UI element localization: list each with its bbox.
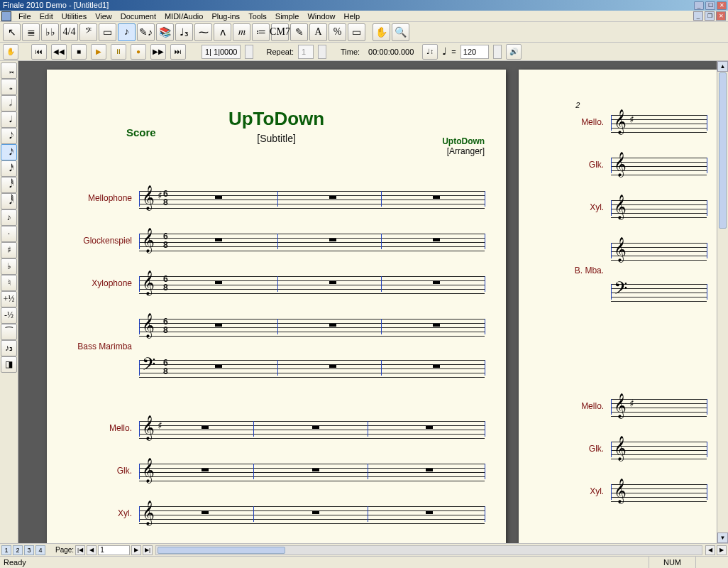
measure-tool[interactable]: ▭	[99, 23, 116, 41]
menu-help[interactable]: Help	[340, 12, 365, 21]
hscroll-thumb[interactable]	[158, 547, 285, 554]
page-prev-button[interactable]: ◀	[87, 545, 96, 555]
half-step-down[interactable]: -½	[1, 307, 17, 324]
vertical-scrollbar[interactable]: ▲ ▼	[717, 61, 728, 543]
staff[interactable]: 𝄞♯	[139, 417, 485, 439]
tempo-input[interactable]	[460, 45, 489, 59]
rewind-button[interactable]: ◀◀	[51, 44, 67, 60]
horizontal-scrollbar[interactable]	[155, 545, 702, 555]
menu-simple[interactable]: Simple	[271, 12, 304, 21]
staff[interactable]: 𝄞	[611, 239, 707, 261]
staff[interactable]: 𝄞	[611, 437, 707, 460]
fwd-end-button[interactable]: ⏭	[170, 44, 186, 60]
fastfwd-button[interactable]: ▶▶	[150, 44, 166, 60]
menu-view[interactable]: View	[91, 12, 116, 21]
staff[interactable]: 𝄢	[611, 280, 707, 302]
dot[interactable]: ·	[1, 226, 17, 242]
menu-document[interactable]: Document	[116, 12, 160, 21]
pause-button[interactable]: ⏸	[111, 44, 126, 60]
simple-entry-tool[interactable]: ♪	[118, 23, 136, 41]
scroll-down-arrow[interactable]: ▼	[717, 532, 728, 543]
articulation-tool[interactable]: ᴧ	[214, 23, 231, 41]
minimize-button[interactable]: _	[694, 1, 704, 10]
measure-counter[interactable]: 1| 1|0000	[202, 45, 241, 59]
menu-plugins[interactable]: Plug-ins	[207, 12, 244, 21]
page-number-input[interactable]	[98, 545, 130, 555]
eraser[interactable]: ◨	[1, 356, 17, 373]
staff[interactable]: 𝄞	[611, 480, 707, 503]
staff[interactable]: 𝄞♯	[611, 111, 707, 133]
natural[interactable]: ♮	[1, 275, 17, 291]
half-note[interactable]: 𝅗𝅥	[1, 95, 17, 111]
hscroll-right-button[interactable]: ▶	[717, 545, 727, 555]
selection-tool[interactable]: ↖	[3, 23, 21, 41]
staff[interactable]: 𝄢68	[139, 356, 485, 378]
play-button[interactable]: ▶	[91, 44, 106, 60]
menu-tools[interactable]: Tools	[244, 12, 271, 21]
close-button[interactable]: ✕	[717, 1, 727, 10]
time-sig-tool[interactable]: 4/4	[60, 23, 78, 41]
grace-note[interactable]: ♪	[1, 209, 17, 226]
view-tab-2[interactable]: 2	[13, 545, 23, 555]
menu-midi-audio[interactable]: MIDI/Audio	[160, 12, 207, 21]
hyperscribe-tool[interactable]: 📚	[156, 23, 174, 41]
clef-tool[interactable]: 𝄢	[79, 23, 97, 41]
page-last-button[interactable]: ▶|	[143, 545, 153, 555]
menu-window[interactable]: Window	[303, 12, 339, 21]
menu-edit[interactable]: Edit	[35, 12, 57, 21]
quarter-note[interactable]: 𝅘𝅥	[1, 111, 17, 128]
onetwentyeighth-note[interactable]: 𝅘𝅥𝅲	[1, 193, 17, 209]
half-step-up[interactable]: +½	[1, 291, 17, 307]
maximize-button[interactable]: ☐	[705, 1, 715, 10]
staff[interactable]: 𝄞	[611, 153, 707, 176]
view-tab-4[interactable]: 4	[35, 545, 45, 555]
menu-file[interactable]: File	[14, 12, 35, 21]
thirtysecond-note[interactable]: 𝅘𝅥𝅰	[1, 160, 17, 177]
page-next-button[interactable]: ▶	[131, 545, 141, 555]
chord-tool[interactable]: CM7	[271, 23, 289, 41]
page-layout-tool[interactable]: ▭	[348, 23, 365, 41]
sixteenth-note[interactable]: 𝅘𝅥𝅯	[1, 144, 17, 160]
repeat-tool[interactable]: ≔	[252, 23, 270, 41]
staff[interactable]: 𝄞♯68	[139, 187, 485, 209]
staff[interactable]: 𝄞	[139, 459, 485, 482]
staff[interactable]: 𝄞♯	[611, 395, 707, 417]
key-sig-tool[interactable]: ♭♭	[41, 23, 59, 41]
tuplet-tool[interactable]: ♩₃	[175, 23, 193, 41]
view-tab-1[interactable]: 1	[1, 545, 11, 555]
score-page-1[interactable]: Score UpToDown [Subtitle] UptoDown [Arra…	[47, 70, 506, 543]
score-viewport[interactable]: Score UpToDown [Subtitle] UptoDown [Arra…	[18, 61, 728, 543]
tempo-mode-button[interactable]: ♩↕	[422, 44, 438, 60]
staff[interactable]: 𝄞68	[139, 272, 485, 295]
staff-tool[interactable]: ≣	[22, 23, 40, 41]
measure-spinner[interactable]	[245, 45, 253, 59]
record-ctrl-button[interactable]: ●	[131, 44, 146, 60]
audio-settings-button[interactable]: 🔊	[506, 44, 522, 60]
lyrics-tool[interactable]: ✎	[290, 23, 308, 41]
staff[interactable]: 𝄞68	[139, 229, 485, 252]
tie[interactable]: ⁀	[1, 324, 17, 340]
staff[interactable]: 𝄞68	[139, 315, 485, 337]
scroll-up-arrow[interactable]: ▲	[717, 61, 728, 72]
smartshape-tool[interactable]: ⁓	[194, 23, 212, 41]
speedy-entry-tool[interactable]: ✎♪	[137, 23, 155, 41]
repeat-spinner[interactable]	[318, 45, 326, 59]
tempo-spinner[interactable]	[493, 45, 502, 59]
hscroll-left-button[interactable]: ◀	[705, 545, 715, 555]
sixtyfourth-note[interactable]: 𝅘𝅥𝅱	[1, 177, 17, 193]
sharp[interactable]: ♯	[1, 242, 17, 258]
vscroll-thumb[interactable]	[719, 72, 727, 229]
eighth-note[interactable]: 𝅘𝅥𝅮	[1, 128, 17, 144]
triplet[interactable]: ♪₃	[1, 340, 17, 356]
doc-restore-button[interactable]: ❐	[705, 11, 715, 21]
zoom-tool[interactable]: 🔍	[392, 23, 409, 41]
page-first-button[interactable]: |◀	[75, 545, 85, 555]
composer-block[interactable]: UptoDown [Arranger]	[442, 136, 485, 156]
double-whole-note[interactable]: 𝅜	[1, 62, 17, 79]
view-tab-3[interactable]: 3	[24, 545, 34, 555]
hand-grabber-tool[interactable]: ✋	[373, 23, 390, 41]
resize-tool[interactable]: %	[329, 23, 346, 41]
record-button[interactable]: ✋	[3, 44, 18, 60]
staff[interactable]: 𝄞	[139, 502, 485, 525]
whole-note[interactable]: 𝅝	[1, 79, 17, 95]
